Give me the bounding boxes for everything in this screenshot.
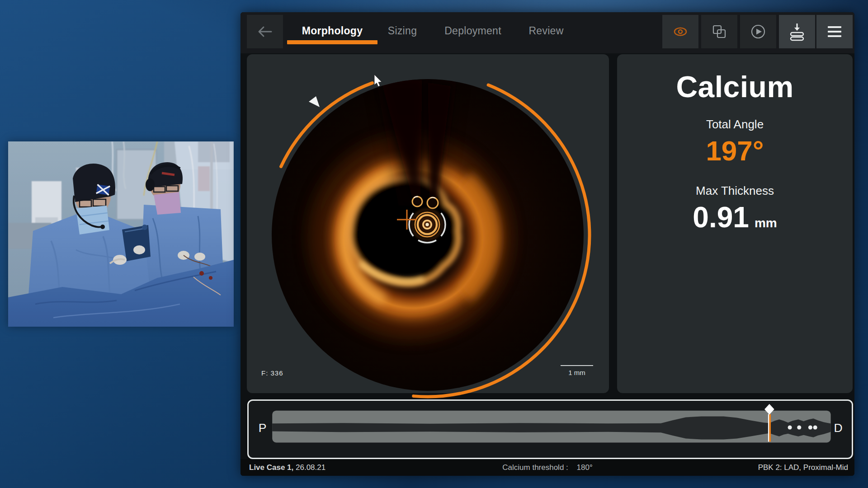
duplicate-icon [711, 23, 727, 40]
oct-bscan [212, 20, 643, 450]
max-thickness-row: 0.91 mm [617, 201, 853, 234]
back-button[interactable] [247, 15, 283, 48]
duplicate-button[interactable] [701, 15, 737, 48]
active-tab-underline [287, 40, 377, 44]
catheter-artifact [412, 210, 442, 239]
screen: { "nav": { "tabs": [ {"label": "Morpholo… [0, 0, 868, 488]
threshold-label: Calcium threshold : [502, 463, 568, 472]
total-angle-label: Total Angle [617, 117, 853, 131]
frame-number-label: F: 336 [261, 369, 283, 377]
oct-app-window: Morphology Sizing Deployment Review [241, 12, 854, 476]
play-button[interactable] [740, 15, 776, 48]
oct-cross-section-panel[interactable]: F: 336 1 mm [247, 54, 609, 393]
mouse-cursor [374, 75, 382, 86]
calcium-measurement-panel: Calcium Total Angle 197° Max Thickness 0… [617, 54, 853, 393]
top-nav: Morphology Sizing Deployment Review [241, 12, 854, 53]
device-location: PBK 2: LAD, Proximal-Mid [758, 463, 848, 472]
status-bar: Live Case 1, 26.08.21 Calcium threshold … [241, 459, 854, 476]
menu-button[interactable] [816, 15, 853, 48]
case-date: 26.08.21 [296, 463, 326, 472]
tab-morphology[interactable]: Morphology [302, 25, 363, 37]
max-thickness-value: 0.91 [693, 201, 749, 234]
pullback-longitudinal-view[interactable]: P D [247, 399, 853, 459]
scale-bar-line [561, 365, 593, 366]
export-button[interactable] [779, 15, 815, 48]
export-download-icon [788, 22, 806, 41]
proximal-label: P [259, 421, 267, 435]
pullback-graphic: P D [249, 401, 849, 455]
eye-icon [673, 26, 688, 37]
play-icon [750, 23, 766, 40]
tab-sizing[interactable]: Sizing [388, 25, 417, 37]
threshold-value: 180° [577, 463, 593, 472]
hamburger-menu-icon [826, 25, 843, 38]
case-name: Live Case 1, [249, 463, 293, 472]
scale-bar-label: 1 mm [561, 369, 593, 376]
tab-deployment[interactable]: Deployment [444, 25, 501, 37]
cathlab-scene [8, 141, 234, 327]
case-info: Live Case 1, 26.08.21 [249, 463, 326, 472]
panel-title: Calcium [617, 70, 853, 104]
max-thickness-unit: mm [755, 216, 777, 230]
back-arrow-icon [255, 24, 275, 39]
arc-pointer-triangle [309, 96, 320, 107]
max-thickness-label: Max Thickness [617, 184, 853, 198]
distal-label: D [834, 421, 842, 435]
visibility-toggle-button[interactable] [662, 15, 698, 48]
oct-image [247, 54, 609, 393]
total-angle-value: 197° [617, 135, 853, 167]
scale-bar: 1 mm [561, 365, 593, 376]
tab-review[interactable]: Review [528, 25, 563, 37]
calcium-threshold-info: Calcium threshold : 180° [502, 463, 592, 472]
procedure-video [8, 141, 234, 327]
